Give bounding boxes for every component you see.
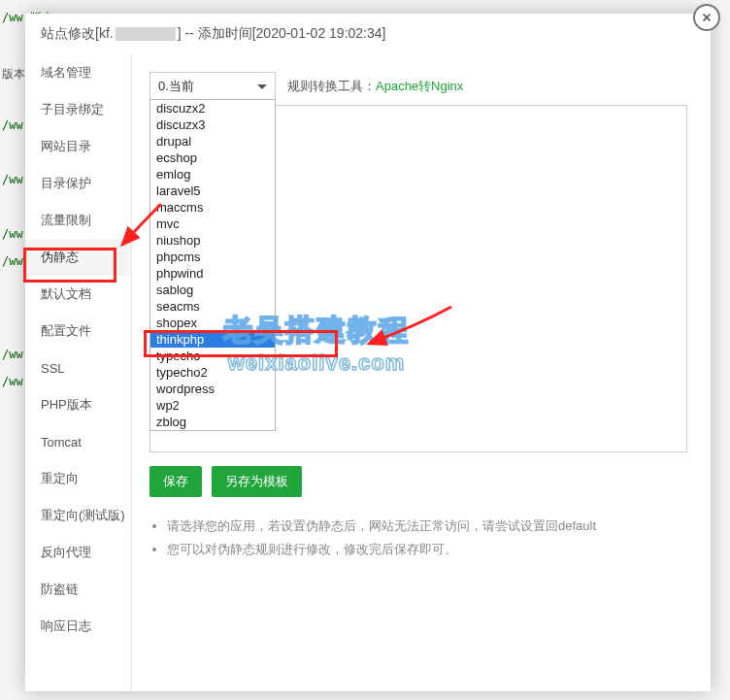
convert-label: 规则转换工具：Apache转Nginx [287,78,463,95]
tip-line: 请选择您的应用，若设置伪静态后，网站无法正常访问，请尝试设置回default [167,515,687,538]
dd-option[interactable]: discuzx3 [150,117,275,133]
bg-text: /ww [2,375,23,388]
sidebar-item-redirect-beta[interactable]: 重定向(测试版) [25,497,131,534]
dd-option[interactable]: discuzx2 [150,100,275,117]
save-button[interactable]: 保存 [149,466,202,497]
dd-option[interactable]: ecshop [150,150,275,166]
sidebar-item-php[interactable]: PHP版本 [25,386,131,423]
sidebar-item-default-doc[interactable]: 默认文档 [25,276,131,313]
sidebar-item-label: 防盗链 [41,581,79,598]
dd-option[interactable]: typecho2 [150,364,275,381]
sidebar-item-label: SSL [41,361,65,376]
bg-text: /ww [2,348,23,361]
sidebar-item-label: PHP版本 [41,396,92,414]
bg-text: /ww [2,227,23,241]
sidebar-item-label: 伪静态 [41,249,79,266]
dd-option[interactable]: laravel5 [150,183,275,199]
sidebar-item-label: 响应日志 [41,617,91,635]
tip-line: 您可以对伪静态规则进行修改，修改完后保存即可。 [167,538,687,561]
dd-option[interactable]: sablog [150,282,275,298]
tips-list: 请选择您的应用，若设置伪静态后，网站无法正常访问，请尝试设置回default 您… [149,515,687,561]
sidebar-item-subdir[interactable]: 子目录绑定 [25,91,131,128]
sidebar-item-tomcat[interactable]: Tomcat [25,423,131,460]
sidebar-item-label: 配置文件 [41,322,91,340]
dd-option[interactable]: wordpress [150,381,275,397]
sidebar-item-ssl[interactable]: SSL [25,350,131,386]
select-value: 0.当前 [158,78,194,95]
close-icon [700,11,713,24]
sidebar: 域名管理 子目录绑定 网站目录 目录保护 流量限制 伪静态 默认文档 配置文件 … [25,54,132,691]
dd-option[interactable]: seacms [150,298,275,315]
dd-option[interactable]: maccms [150,199,275,216]
dd-option[interactable]: emlog [150,166,275,183]
dd-option[interactable]: drupal [150,133,275,150]
sidebar-item-hotlink[interactable]: 防盗链 [25,571,131,608]
dd-option[interactable]: wp2 [150,397,275,414]
dd-option-thinkphp[interactable]: thinkphp [150,331,275,348]
sidebar-item-sitedir[interactable]: 网站目录 [25,128,131,165]
sidebar-item-rewrite[interactable]: 伪静态 [25,239,131,276]
template-dropdown[interactable]: discuzx2 discuzx3 drupal ecshop emlog la… [149,99,276,431]
sidebar-item-label: 域名管理 [41,64,91,82]
bg-text: 版本 [2,66,25,83]
sidebar-item-label: 默认文档 [41,285,91,303]
dd-option[interactable]: zblog [150,414,275,430]
sidebar-item-label: 流量限制 [41,212,91,229]
sidebar-item-redirect[interactable]: 重定向 [25,460,131,497]
bg-text: /ww [2,118,23,132]
sidebar-item-label: 网站目录 [41,138,91,155]
sidebar-item-log[interactable]: 响应日志 [25,608,131,645]
apache-to-nginx-link[interactable]: Apache转Nginx [376,79,463,93]
dd-option[interactable]: mvc [150,216,275,232]
redacted-block [116,27,176,41]
chevron-down-icon [257,84,267,89]
dd-option[interactable]: phpcms [150,249,275,265]
close-button[interactable] [693,4,720,31]
sidebar-item-domain[interactable]: 域名管理 [25,54,131,91]
bg-text: /ww [2,173,23,186]
sidebar-item-label: 反向代理 [41,544,91,561]
sidebar-item-dirprotect[interactable]: 目录保护 [25,165,131,202]
main-panel: 0.当前 规则转换工具：Apache转Nginx discuzx2 discuz… [132,54,711,691]
sidebar-item-label: 重定向(测试版) [41,507,125,524]
sidebar-item-config[interactable]: 配置文件 [25,313,131,350]
title-prefix: 站点修改[kf. [41,25,114,43]
modal-title: 站点修改[kf. ] -- 添加时间[2020-01-02 19:02:34] [25,14,711,54]
dd-option[interactable]: typecho [150,348,275,364]
title-suffix: ] -- 添加时间[2020-01-02 19:02:34] [178,25,386,43]
save-as-template-button[interactable]: 另存为模板 [212,466,302,497]
site-edit-modal: 站点修改[kf. ] -- 添加时间[2020-01-02 19:02:34] … [25,14,711,691]
sidebar-item-label: 子目录绑定 [41,101,104,118]
sidebar-item-traffic[interactable]: 流量限制 [25,202,131,239]
sidebar-item-label: Tomcat [41,435,82,450]
rewrite-template-select[interactable]: 0.当前 [149,72,276,101]
dd-option[interactable]: phpwind [150,265,275,282]
bg-text: /ww [2,254,23,268]
dd-option[interactable]: shopex [150,315,275,331]
dd-option[interactable]: niushop [150,232,275,249]
sidebar-item-label: 重定向 [41,470,79,487]
sidebar-item-proxy[interactable]: 反向代理 [25,534,131,571]
sidebar-item-label: 目录保护 [41,175,91,192]
